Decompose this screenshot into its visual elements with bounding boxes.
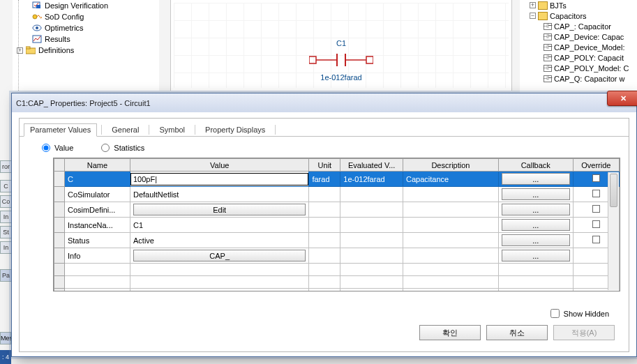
cell-description[interactable] [403, 233, 499, 248]
left-dock-tabs[interactable]: ror C Co In St In Pa [0, 160, 11, 285]
tree-item-design-verification[interactable]: Design Verification [13, 0, 159, 11]
cell-description[interactable] [403, 202, 499, 218]
library-item[interactable]: ⊣⊢CAP_POLY_Model: C [520, 63, 637, 73]
dock-tab[interactable]: C [0, 180, 11, 192]
cell-callback[interactable]: ... [498, 172, 573, 187]
component-library-tree[interactable]: + BJTs − Capacitors ⊣⊢CAP_: Capacitor ⊣⊢… [520, 0, 637, 94]
col-description[interactable]: Description [403, 159, 499, 172]
row-header[interactable] [54, 172, 65, 187]
col-override[interactable]: Override [573, 159, 619, 172]
table-row[interactable]: StatusActive... [54, 233, 620, 248]
tab-general[interactable]: General [106, 124, 144, 136]
col-value[interactable]: Value [130, 159, 308, 172]
cell-name[interactable]: C [64, 172, 130, 187]
cell-callback[interactable]: ... [498, 218, 573, 233]
radio-statistics-label[interactable]: Statistics [101, 144, 144, 152]
cell-unit[interactable]: farad [309, 172, 340, 187]
cell-evaluated[interactable] [340, 233, 403, 248]
cell-evaluated[interactable] [340, 202, 403, 218]
override-checkbox[interactable] [592, 190, 600, 197]
dock-tab[interactable]: In [0, 211, 11, 223]
col-unit[interactable]: Unit [309, 159, 340, 172]
library-item[interactable]: ⊣⊢CAP_Q: Capacitor w [520, 73, 637, 84]
radio-statistics[interactable] [101, 144, 110, 152]
dock-tab[interactable]: Co [0, 195, 11, 208]
cell-description[interactable]: Capacitance [403, 172, 499, 187]
tree-item-definitions[interactable]: + Definitions [13, 45, 159, 56]
row-header[interactable] [54, 248, 65, 264]
apply-button[interactable]: 적용(A) [553, 325, 615, 340]
cell-name[interactable]: CosimDefini... [64, 202, 130, 218]
cell-callback[interactable]: ... [498, 233, 573, 248]
cell-unit[interactable] [309, 218, 340, 233]
cancel-button[interactable]: 취소 [486, 325, 548, 340]
col-callback[interactable]: Callback [498, 159, 573, 172]
cell-value[interactable]: C1 [130, 218, 308, 233]
tab-parameter-values[interactable]: Parameter Values [24, 123, 97, 137]
library-item[interactable]: ⊣⊢CAP_Device: Capac [520, 31, 637, 42]
cell-description[interactable] [403, 187, 499, 202]
value-button[interactable]: Edit [133, 204, 306, 215]
ok-button[interactable]: 확인 [419, 325, 481, 340]
table-row[interactable]: Cfarad1e-012faradCapacitance... [54, 172, 620, 187]
schematic-canvas[interactable]: C1 1e-012farad [170, 0, 512, 91]
cell-name[interactable]: CoSimulator [64, 187, 130, 202]
messages-dock-tab[interactable]: Mes [0, 332, 11, 344]
cell-description[interactable] [403, 218, 499, 233]
table-row[interactable]: InstanceNa...C1... [54, 218, 620, 233]
library-group-bjts[interactable]: + BJTs [520, 0, 637, 10]
library-group-capacitors[interactable]: − Capacitors [520, 10, 637, 21]
properties-grid[interactable]: Name Value Unit Evaluated V... Descripti… [53, 158, 620, 291]
col-evaluated[interactable]: Evaluated V... [340, 159, 403, 172]
callback-button[interactable]: ... [502, 188, 570, 200]
tab-property-displays[interactable]: Property Displays [200, 124, 271, 136]
cell-value-editing[interactable] [130, 172, 308, 187]
dialog-titlebar[interactable]: C1:CAP_ Properties: Project5 - Circuit1 [12, 93, 636, 112]
cell-evaluated[interactable]: 1e-012farad [340, 172, 403, 187]
cell-unit[interactable] [309, 202, 340, 218]
override-checkbox[interactable] [592, 236, 600, 243]
cell-description[interactable] [403, 248, 499, 264]
callback-button[interactable]: ... [502, 250, 570, 261]
scrollbar-thumb[interactable] [610, 174, 617, 207]
value-button[interactable]: CAP_ [133, 250, 306, 261]
row-header[interactable] [54, 218, 65, 233]
capacitor-symbol[interactable] [309, 52, 373, 68]
callback-button[interactable]: ... [502, 234, 570, 246]
vertical-scrollbar[interactable] [608, 172, 619, 290]
row-header[interactable] [54, 233, 65, 248]
override-checkbox[interactable] [592, 174, 600, 182]
table-row[interactable]: CosimDefini...Edit... [54, 202, 620, 218]
library-item[interactable]: ⊣⊢CAP_Device_Model: [520, 42, 637, 52]
override-checkbox[interactable] [592, 205, 600, 213]
tree-item-sod-config[interactable]: SoD Config [13, 11, 159, 22]
table-row[interactable]: CoSimulatorDefaultNetlist... [54, 187, 620, 202]
project-tree[interactable]: Design Verification SoD Config Optimetri… [13, 0, 159, 91]
tree-item-optimetrics[interactable]: Optimetrics [13, 22, 159, 33]
row-header[interactable] [54, 202, 65, 218]
close-button[interactable]: ✕ [607, 91, 637, 106]
library-item[interactable]: ⊣⊢CAP_: Capacitor [520, 21, 637, 31]
cell-callback[interactable]: ... [498, 248, 573, 264]
table-row[interactable]: InfoCAP_... [54, 248, 620, 264]
cell-evaluated[interactable] [340, 248, 403, 264]
callback-button[interactable]: ... [502, 219, 570, 231]
cell-unit[interactable] [309, 248, 340, 264]
cell-unit[interactable] [309, 233, 340, 248]
show-hidden-checkbox[interactable] [550, 309, 560, 318]
cell-unit[interactable] [309, 187, 340, 202]
dock-tab[interactable]: ror [0, 160, 11, 173]
expand-icon[interactable]: + [530, 2, 536, 8]
cell-name[interactable]: InstanceNa... [64, 218, 130, 233]
callback-button[interactable]: ... [502, 204, 570, 215]
cell-value-button[interactable]: CAP_ [130, 248, 308, 264]
tree-item-results[interactable]: Results [13, 33, 159, 45]
col-name[interactable]: Name [64, 159, 130, 172]
radio-value-label[interactable]: Value [42, 144, 73, 152]
cell-name[interactable]: Status [64, 233, 130, 248]
cell-callback[interactable]: ... [498, 187, 573, 202]
dock-tab[interactable]: In [0, 241, 11, 254]
cell-callback[interactable]: ... [498, 202, 573, 218]
callback-button[interactable]: ... [502, 173, 570, 185]
cell-name[interactable]: Info [64, 248, 130, 264]
